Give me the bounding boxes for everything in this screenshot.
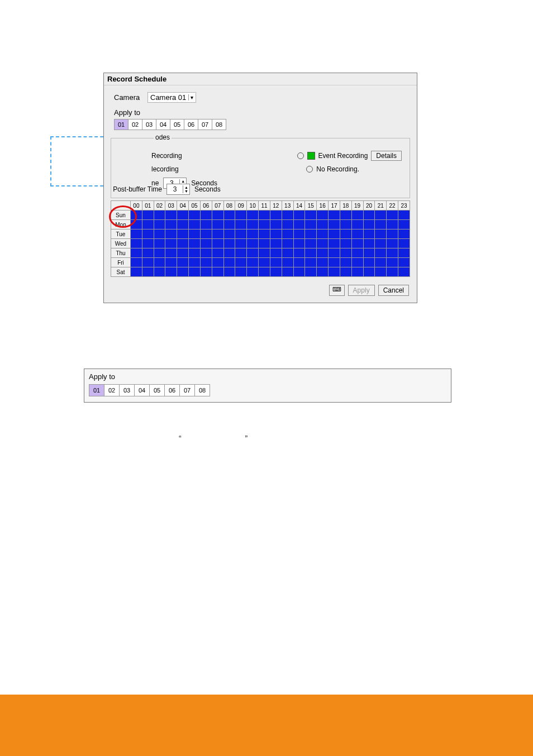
schedule-cell[interactable] — [387, 220, 398, 229]
schedule-cell[interactable] — [398, 220, 410, 229]
schedule-cell[interactable] — [317, 210, 329, 220]
schedule-cell[interactable] — [375, 220, 387, 229]
post-buffer-stepper[interactable]: ▲▼ — [166, 184, 190, 195]
schedule-cell[interactable] — [130, 248, 142, 258]
schedule-cell[interactable] — [142, 220, 154, 229]
schedule-cell[interactable] — [398, 248, 410, 258]
schedule-cell[interactable] — [329, 267, 340, 277]
schedule-cell[interactable] — [247, 229, 259, 239]
schedule-cell[interactable] — [340, 239, 351, 248]
schedule-cell[interactable] — [375, 229, 387, 239]
schedule-cell[interactable] — [200, 248, 212, 258]
schedule-cell[interactable] — [189, 267, 201, 277]
schedule-cell[interactable] — [235, 258, 247, 267]
schedule-cell[interactable] — [375, 258, 387, 267]
schedule-cell[interactable] — [363, 210, 375, 220]
schedule-cell[interactable] — [305, 210, 317, 220]
schedule-cell[interactable] — [387, 267, 398, 277]
schedule-cell[interactable] — [387, 210, 398, 220]
schedule-cell[interactable] — [212, 267, 223, 277]
schedule-cell[interactable] — [387, 239, 398, 248]
schedule-cell[interactable] — [398, 258, 410, 267]
schedule-cell[interactable] — [351, 267, 363, 277]
schedule-cell[interactable] — [329, 229, 340, 239]
schedule-cell[interactable] — [154, 210, 165, 220]
schedule-cell[interactable] — [305, 267, 317, 277]
schedule-cell[interactable] — [235, 220, 247, 229]
schedule-cell[interactable] — [212, 239, 223, 248]
schedule-cell[interactable] — [398, 229, 410, 239]
schedule-cell[interactable] — [142, 229, 154, 239]
schedule-cell[interactable] — [235, 267, 247, 277]
schedule-cell[interactable] — [293, 239, 305, 248]
schedule-cell[interactable] — [142, 239, 154, 248]
schedule-cell[interactable] — [282, 220, 293, 229]
schedule-cell[interactable] — [223, 229, 235, 239]
apply-cell[interactable]: 08 — [212, 119, 226, 130]
schedule-cell[interactable] — [130, 258, 142, 267]
schedule-cell[interactable] — [259, 267, 270, 277]
schedule-cell[interactable] — [317, 267, 329, 277]
schedule-cell[interactable] — [223, 210, 235, 220]
schedule-cell[interactable] — [247, 239, 259, 248]
schedule-cell[interactable] — [223, 258, 235, 267]
schedule-cell[interactable] — [293, 258, 305, 267]
schedule-cell[interactable] — [212, 248, 223, 258]
schedule-cell[interactable] — [270, 267, 282, 277]
schedule-cell[interactable] — [235, 248, 247, 258]
apply-cell[interactable]: 02 — [128, 119, 142, 130]
schedule-cell[interactable] — [270, 258, 282, 267]
apply-cell[interactable]: 06 — [164, 384, 180, 396]
schedule-cell[interactable] — [317, 229, 329, 239]
apply-cell[interactable]: 01 — [114, 119, 129, 130]
schedule-cell[interactable] — [142, 258, 154, 267]
schedule-cell[interactable] — [212, 258, 223, 267]
schedule-cell[interactable] — [305, 258, 317, 267]
schedule-cell[interactable] — [154, 267, 165, 277]
schedule-cell[interactable] — [282, 229, 293, 239]
apply-cell[interactable]: 04 — [156, 119, 170, 130]
schedule-cell[interactable] — [363, 239, 375, 248]
schedule-cell[interactable] — [340, 248, 351, 258]
schedule-cell[interactable] — [165, 220, 177, 229]
schedule-cell[interactable] — [247, 248, 259, 258]
schedule-cell[interactable] — [282, 210, 293, 220]
schedule-cell[interactable] — [223, 239, 235, 248]
schedule-cell[interactable] — [200, 220, 212, 229]
schedule-cell[interactable] — [259, 220, 270, 229]
schedule-cell[interactable] — [200, 229, 212, 239]
schedule-cell[interactable] — [317, 248, 329, 258]
schedule-cell[interactable] — [375, 210, 387, 220]
schedule-cell[interactable] — [282, 248, 293, 258]
schedule-cell[interactable] — [177, 258, 189, 267]
no-recording-radio[interactable] — [306, 166, 313, 173]
schedule-cell[interactable] — [165, 229, 177, 239]
stepper-up-icon[interactable]: ▲ — [183, 185, 189, 189]
schedule-cell[interactable] — [340, 267, 351, 277]
schedule-cell[interactable] — [154, 258, 165, 267]
schedule-cell[interactable] — [130, 239, 142, 248]
schedule-cell[interactable] — [154, 248, 165, 258]
schedule-cell[interactable] — [189, 248, 201, 258]
apply-cell[interactable]: 05 — [149, 384, 165, 396]
schedule-cell[interactable] — [351, 248, 363, 258]
schedule-cell[interactable] — [363, 248, 375, 258]
schedule-cell[interactable] — [293, 220, 305, 229]
schedule-cell[interactable] — [329, 210, 340, 220]
schedule-cell[interactable] — [177, 210, 189, 220]
schedule-cell[interactable] — [142, 267, 154, 277]
schedule-cell[interactable] — [329, 258, 340, 267]
schedule-cell[interactable] — [212, 229, 223, 239]
schedule-cell[interactable] — [270, 220, 282, 229]
schedule-cell[interactable] — [223, 220, 235, 229]
schedule-cell[interactable] — [340, 220, 351, 229]
schedule-cell[interactable] — [282, 267, 293, 277]
schedule-cell[interactable] — [259, 258, 270, 267]
apply-cell[interactable]: 01 — [89, 384, 104, 396]
apply-cell[interactable]: 07 — [179, 384, 195, 396]
schedule-cell[interactable] — [165, 239, 177, 248]
schedule-cell[interactable] — [340, 258, 351, 267]
schedule-cell[interactable] — [177, 239, 189, 248]
schedule-cell[interactable] — [189, 239, 201, 248]
schedule-cell[interactable] — [177, 248, 189, 258]
